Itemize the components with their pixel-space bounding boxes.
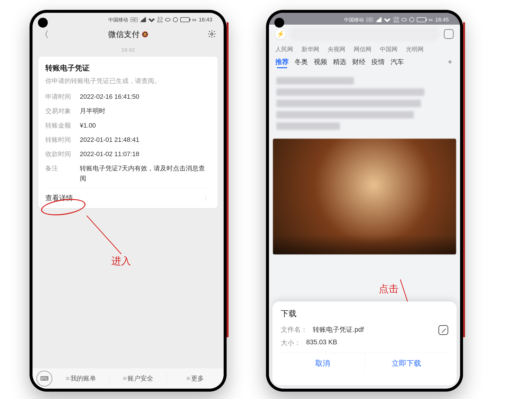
site-tabs: 人民网 新华网 央视网 网信网 中国网 光明网 <box>269 44 460 55</box>
topic-tab[interactable]: 冬奥 <box>295 57 308 66</box>
headline-item[interactable] <box>276 111 414 118</box>
battery-icon <box>180 17 190 22</box>
edit-icon[interactable] <box>438 325 448 335</box>
site-tab[interactable]: 光明网 <box>406 45 424 53</box>
download-now-button[interactable]: 立即下载 <box>365 353 449 374</box>
bell-off-icon: 🔕 <box>142 31 148 38</box>
receipt-card[interactable]: 转账电子凭证 你申请的转账电子凭证已生成，请查阅。 申请时间2022-02-16… <box>38 57 218 208</box>
tab-my-bills[interactable]: ≡我的账单 <box>52 372 109 385</box>
search-input[interactable] <box>290 27 440 41</box>
net-speed: 3.5K/s <box>157 17 163 23</box>
net-speed: 155K/s <box>393 17 399 23</box>
front-camera <box>38 18 48 28</box>
add-tab-icon[interactable]: ＋ <box>446 57 454 67</box>
sheet-title: 下载 <box>281 308 448 319</box>
site-tab[interactable]: 中国网 <box>380 45 398 53</box>
scan-icon[interactable] <box>444 29 454 39</box>
row-remark: 备注转账电子凭证7天内有效，请及时点击消息查阅 <box>45 163 211 183</box>
view-details-row[interactable]: 查看详情 〉 <box>45 188 211 208</box>
annotation-label: 进入 <box>111 254 131 268</box>
carrier-label: 中国移动 <box>344 17 364 23</box>
annotation-label: 点击 <box>379 282 399 296</box>
page-title: 微信支付 🔕 <box>108 29 148 40</box>
filename-value: 转账电子凭证.pdf <box>313 325 364 335</box>
cancel-button[interactable]: 取消 <box>281 353 365 374</box>
search-row: ⚡ <box>269 25 460 44</box>
screen-left: 中国移动 HD 3.5K/s 94 16:43 〈 微信支付 🔕 16:42 <box>33 13 224 389</box>
tab-more[interactable]: ≡更多 <box>166 372 224 385</box>
row-apply-time: 申请时间2022-02-16 16:41:50 <box>45 92 211 101</box>
size-value: 835.03 KB <box>306 338 337 347</box>
wifi-icon <box>384 17 390 22</box>
tab-account-security[interactable]: ≡账户安全 <box>109 372 166 385</box>
chevron-right-icon: 〉 <box>204 193 211 203</box>
battery-pct: 94 <box>192 18 196 22</box>
topic-tab[interactable]: 精选 <box>333 57 346 66</box>
phone-right: 中国移动 HD 155K/s 94 16:45 ⚡ 人民网 新华网 央视网 网信… <box>266 10 463 392</box>
nav-bar: 〈 微信支付 🔕 <box>33 25 224 44</box>
sheet-size-row: 大小： 835.03 KB <box>281 338 448 347</box>
annotation-arrow <box>86 215 122 254</box>
carrier-label: 中国移动 <box>108 17 128 23</box>
topic-tab[interactable]: 视频 <box>314 57 327 66</box>
row-transfer-time: 转账时间2022-01-01 21:48:41 <box>45 135 211 145</box>
site-tab[interactable]: 央视网 <box>328 45 345 53</box>
eye-icon <box>165 18 170 21</box>
download-sheet: 下载 文件名： 转账电子凭证.pdf 大小： 835.03 KB 取消 立即下载 <box>272 301 457 385</box>
topic-tabs: 推荐 冬奥 视频 精选 财经 疫情 汽车 ＋ <box>269 55 460 70</box>
bolt-icon[interactable]: ⚡ <box>275 29 286 39</box>
site-tab[interactable]: 网信网 <box>354 45 371 53</box>
headline-item[interactable] <box>276 100 421 107</box>
bottom-toolbar: ⌨ ≡我的账单 ≡账户安全 ≡更多 <box>33 368 224 389</box>
clock: 16:45 <box>435 17 449 23</box>
front-camera <box>274 18 284 28</box>
battery-pct: 94 <box>429 18 433 22</box>
headline-item[interactable] <box>276 122 340 130</box>
row-receive-time: 收款时间2022-01-02 11:07:18 <box>45 149 211 159</box>
view-details-label: 查看详情 <box>45 193 73 203</box>
message-timestamp: 16:42 <box>33 44 224 57</box>
hd-badge: HD <box>131 17 137 22</box>
dnd-icon <box>409 17 414 22</box>
site-tab[interactable]: 人民网 <box>275 45 293 53</box>
news-image[interactable] <box>273 139 456 254</box>
headline-item[interactable] <box>276 77 354 84</box>
eye-icon <box>401 18 407 21</box>
headline-list <box>269 70 460 137</box>
sheet-filename-row: 文件名： 转账电子凭证.pdf <box>281 325 448 335</box>
topic-tab[interactable]: 财经 <box>352 57 366 66</box>
site-tab[interactable]: 新华网 <box>301 45 319 53</box>
screen-right: 中国移动 HD 155K/s 94 16:45 ⚡ 人民网 新华网 央视网 网信… <box>269 13 460 389</box>
gear-icon[interactable] <box>207 30 216 39</box>
hd-badge: HD <box>366 17 373 22</box>
headline-item[interactable] <box>276 88 424 96</box>
signal-icon <box>376 17 382 22</box>
signal-icon <box>140 17 146 22</box>
phone-left: 中国移动 HD 3.5K/s 94 16:43 〈 微信支付 🔕 16:42 <box>30 10 227 392</box>
topic-tab[interactable]: 汽车 <box>391 57 404 66</box>
battery-icon <box>417 17 426 22</box>
topic-tab-recommend[interactable]: 推荐 <box>275 57 289 66</box>
size-label: 大小： <box>281 338 301 347</box>
svg-point-0 <box>211 33 213 35</box>
card-subtitle: 你申请的转账电子凭证已生成，请查阅。 <box>45 77 211 85</box>
status-bar: 中国移动 HD 155K/s 94 16:45 <box>269 13 460 25</box>
clock: 16:43 <box>199 17 212 23</box>
filename-label: 文件名： <box>281 325 307 335</box>
keyboard-icon[interactable]: ⌨ <box>36 371 52 386</box>
sheet-actions: 取消 立即下载 <box>281 353 448 374</box>
row-amount: 转账金额¥1.00 <box>45 120 211 130</box>
dnd-icon <box>173 17 178 22</box>
wifi-icon <box>149 17 155 22</box>
card-title: 转账电子凭证 <box>45 63 211 73</box>
status-bar: 中国移动 HD 3.5K/s 94 16:43 <box>33 13 224 25</box>
topic-tab[interactable]: 疫情 <box>371 57 385 66</box>
row-counterparty: 交易对象月半明时 <box>45 106 211 116</box>
back-icon[interactable]: 〈 <box>40 29 49 41</box>
